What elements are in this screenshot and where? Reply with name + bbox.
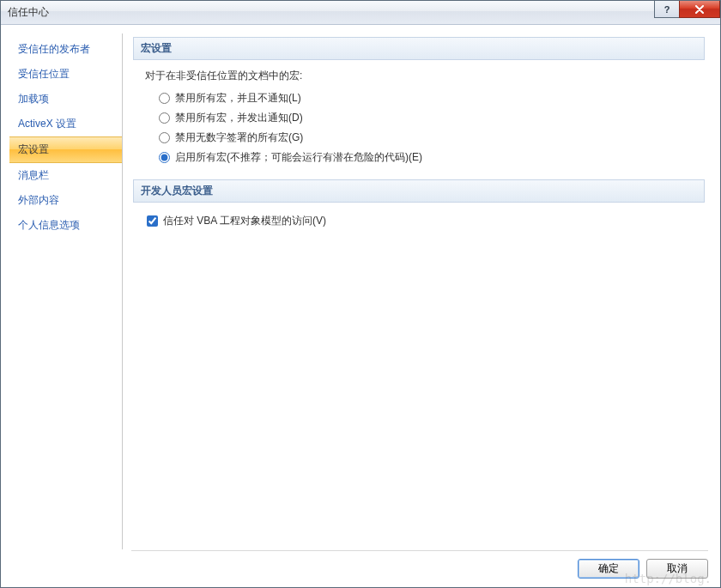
section-header-macro: 宏设置 <box>133 37 705 60</box>
macro-option-label[interactable]: 禁用所有宏，并且不通知(L) <box>175 91 301 106</box>
close-icon <box>694 5 705 14</box>
section-body-developer: 信任对 VBA 工程对象模型的访问(V) <box>133 211 705 243</box>
section-header-developer: 开发人员宏设置 <box>133 179 705 203</box>
trust-center-dialog: 信任中心 ? 受信任的发布者 受信任位置 加载项 ActiveX 设置 宏设置 … <box>0 0 721 588</box>
help-button[interactable]: ? <box>654 1 680 18</box>
section-body-macro: 对于在非受信任位置的文档中的宏: 禁用所有宏，并且不通知(L) 禁用所有宏，并发… <box>133 69 705 179</box>
trust-vba-checkbox[interactable] <box>147 215 158 227</box>
sidebar: 受信任的发布者 受信任位置 加载项 ActiveX 设置 宏设置 消息栏 外部内… <box>9 33 123 549</box>
content-panel: 宏设置 对于在非受信任位置的文档中的宏: 禁用所有宏，并且不通知(L) 禁用所有… <box>131 33 712 549</box>
sidebar-item-message-bar[interactable]: 消息栏 <box>9 163 122 188</box>
window-title: 信任中心 <box>8 5 49 20</box>
macro-option-row: 启用所有宏(不推荐；可能会运行有潜在危险的代码)(E) <box>145 148 705 167</box>
sidebar-item-addins[interactable]: 加载项 <box>9 87 122 112</box>
sidebar-item-macro-settings[interactable]: 宏设置 <box>9 136 122 163</box>
macro-option-row: 禁用无数字签署的所有宏(G) <box>145 128 705 148</box>
macro-option-disable-notify[interactable] <box>159 112 170 124</box>
sidebar-item-privacy-options[interactable]: 个人信息选项 <box>9 213 122 238</box>
cancel-button[interactable]: 取消 <box>646 559 708 579</box>
sidebar-item-activex[interactable]: ActiveX 设置 <box>9 112 122 136</box>
sidebar-item-trusted-locations[interactable]: 受信任位置 <box>9 62 122 87</box>
macro-option-disable-unsigned[interactable] <box>159 132 170 143</box>
macro-option-row: 禁用所有宏，并发出通知(D) <box>145 108 705 128</box>
developer-option-row: 信任对 VBA 工程对象模型的访问(V) <box>145 211 705 231</box>
trust-vba-label[interactable]: 信任对 VBA 工程对象模型的访问(V) <box>163 214 326 228</box>
macro-option-row: 禁用所有宏，并且不通知(L) <box>145 88 705 108</box>
titlebar-buttons: ? <box>655 1 720 18</box>
ok-button[interactable]: 确定 <box>578 559 639 579</box>
macro-option-enable-all[interactable] <box>159 152 170 163</box>
macro-option-label[interactable]: 启用所有宏(不推荐；可能会运行有潜在危险的代码)(E) <box>175 150 422 165</box>
macro-option-label[interactable]: 禁用所有宏，并发出通知(D) <box>175 111 303 125</box>
sidebar-item-trusted-publishers[interactable]: 受信任的发布者 <box>9 37 122 62</box>
main-row: 受信任的发布者 受信任位置 加载项 ActiveX 设置 宏设置 消息栏 外部内… <box>1 25 720 549</box>
sidebar-item-external-content[interactable]: 外部内容 <box>9 188 122 213</box>
titlebar: 信任中心 ? <box>1 1 720 25</box>
macro-option-label[interactable]: 禁用无数字签署的所有宏(G) <box>175 130 303 145</box>
dialog-body: 受信任的发布者 受信任位置 加载项 ActiveX 设置 宏设置 消息栏 外部内… <box>1 25 720 587</box>
macro-intro: 对于在非受信任位置的文档中的宏: <box>145 69 705 83</box>
close-button[interactable] <box>679 1 720 18</box>
dialog-footer: 确定 取消 <box>1 549 720 587</box>
macro-option-disable-no-notify[interactable] <box>159 93 170 104</box>
